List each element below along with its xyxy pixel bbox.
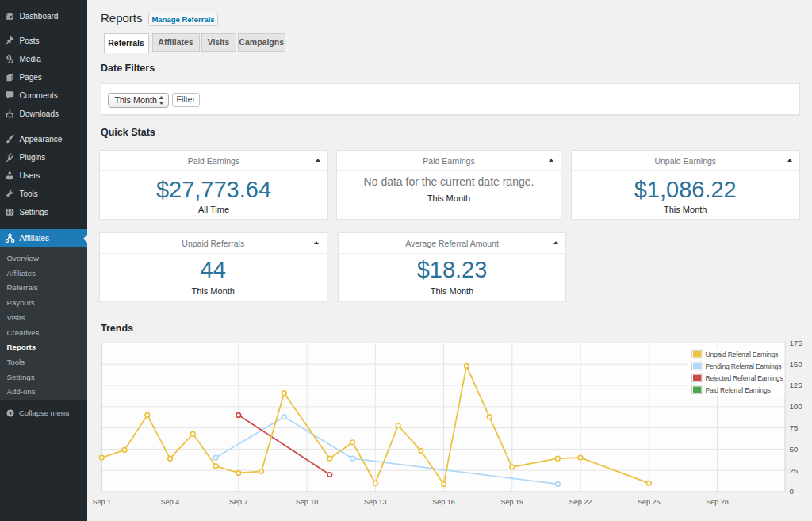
- svg-text:25: 25: [789, 466, 798, 475]
- svg-text:Pending Referral Earnings: Pending Referral Earnings: [706, 362, 782, 370]
- svg-text:150: 150: [789, 360, 802, 369]
- svg-text:Rejected Referral Earnings: Rejected Referral Earnings: [706, 374, 783, 382]
- svg-text:Sep 16: Sep 16: [432, 498, 455, 506]
- svg-text:Sep 25: Sep 25: [638, 498, 661, 506]
- svg-text:Sep 28: Sep 28: [706, 498, 729, 506]
- svg-text:75: 75: [789, 423, 798, 432]
- svg-text:Sep 22: Sep 22: [569, 498, 592, 506]
- svg-text:Sep 4: Sep 4: [161, 498, 180, 506]
- svg-text:100: 100: [789, 402, 802, 411]
- svg-text:50: 50: [789, 445, 798, 454]
- svg-text:Paid Referral Earnings: Paid Referral Earnings: [706, 386, 771, 394]
- svg-text:125: 125: [789, 381, 802, 389]
- svg-text:Sep 19: Sep 19: [501, 498, 524, 506]
- svg-text:Unpaid Referral Earnings: Unpaid Referral Earnings: [706, 351, 779, 358]
- svg-text:0: 0: [789, 487, 794, 496]
- svg-text:175: 175: [789, 339, 802, 347]
- svg-text:Sep 7: Sep 7: [229, 498, 248, 506]
- svg-text:Sep 10: Sep 10: [296, 498, 319, 506]
- svg-text:Sep 13: Sep 13: [364, 498, 387, 506]
- svg-text:Sep 1: Sep 1: [93, 498, 112, 506]
